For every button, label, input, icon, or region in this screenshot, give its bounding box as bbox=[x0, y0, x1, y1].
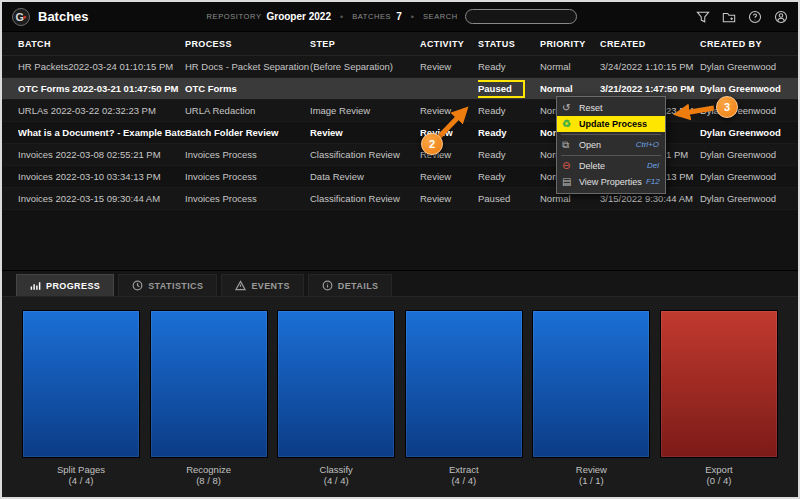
column-header-created[interactable]: CREATED bbox=[600, 32, 700, 56]
new-batch-folder-icon[interactable] bbox=[721, 9, 736, 24]
tile-count: (4 / 4) bbox=[22, 475, 140, 486]
menu-item-label: Open bbox=[579, 137, 632, 153]
cell-created_by: Dylan Greenwood bbox=[700, 56, 798, 77]
cell-step: Classification Review bbox=[310, 144, 420, 165]
tab-statistics[interactable]: STATISTICS bbox=[118, 274, 217, 296]
table-row[interactable]: Invoices 2022-03-08 02:55:21 PMInvoices … bbox=[2, 144, 798, 166]
view-properties-icon: ▤ bbox=[562, 174, 576, 190]
tile-name: Extract bbox=[405, 464, 523, 475]
clock-icon bbox=[132, 280, 143, 291]
tile-thumbnail bbox=[405, 310, 523, 458]
tab-events[interactable]: EVENTS bbox=[221, 274, 303, 296]
tile-thumbnail bbox=[22, 310, 140, 458]
table-row[interactable]: HR Packets2022-03-24 01:10:15 PMHR Docs … bbox=[2, 56, 798, 78]
open-icon: ⧉ bbox=[562, 137, 576, 153]
cell-status: Ready bbox=[478, 144, 540, 165]
batch-table-body: HR Packets2022-03-24 01:10:15 PMHR Docs … bbox=[2, 56, 798, 210]
tab-details[interactable]: DETAILS bbox=[308, 274, 393, 296]
tile-name: Export bbox=[660, 464, 778, 475]
tile-name: Split Pages bbox=[22, 464, 140, 475]
column-header-priority[interactable]: PRIORITY bbox=[540, 32, 600, 56]
highlighted-status: Paused bbox=[478, 80, 525, 98]
batch-step-tile-review[interactable]: Review(1 / 1) bbox=[532, 310, 650, 486]
batch-step-tile-export[interactable]: Export(0 / 4) bbox=[660, 310, 778, 486]
cell-step bbox=[310, 78, 420, 99]
batch-table: BATCHPROCESSSTEPACTIVITYSTATUSPRIORITYCR… bbox=[2, 32, 798, 270]
menu-shortcut: Ctrl+O bbox=[636, 137, 659, 153]
menu-shortcut: F12 bbox=[646, 174, 660, 190]
menu-item-open[interactable]: ⧉OpenCtrl+O bbox=[557, 137, 665, 153]
batch-detail-panel: PROGRESS STATISTICS EVENTS DETAILS Split… bbox=[2, 270, 798, 497]
cell-status: Ready bbox=[478, 166, 540, 187]
cell-process: HR Docs - Packet Separation bbox=[185, 56, 310, 77]
batch-step-tile-extract[interactable]: Extract(4 / 4) bbox=[405, 310, 523, 486]
cell-activity bbox=[420, 78, 478, 99]
cell-batch: Invoices 2022-03-08 02:55:21 PM bbox=[18, 144, 185, 165]
menu-separator bbox=[561, 134, 661, 135]
cell-process: OTC Forms bbox=[185, 78, 310, 99]
topbar-status-group: REPOSITORY Grooper 2022 • BATCHES 7 • SE… bbox=[207, 9, 577, 24]
column-header-step[interactable]: STEP bbox=[310, 32, 420, 56]
tile-count: (4 / 4) bbox=[277, 475, 395, 486]
cell-batch: OTC Forms 2022-03-21 01:47:50 PM bbox=[18, 78, 185, 99]
cell-batch: Invoices 2022-03-15 09:30:44 AM bbox=[18, 188, 185, 209]
batch-step-tile-classify[interactable]: Classify(4 / 4) bbox=[277, 310, 395, 486]
tile-count: (4 / 4) bbox=[405, 475, 523, 486]
table-row[interactable]: URLAs 2022-03-22 02:32:23 PMURLA Redacti… bbox=[2, 100, 798, 122]
menu-item-delete[interactable]: ⊖DeleteDel bbox=[557, 158, 665, 174]
cell-step: Data Review bbox=[310, 166, 420, 187]
tile-name: Review bbox=[532, 464, 650, 475]
progress-tiles: Split Pages(4 / 4)Recognize(8 / 8)Classi… bbox=[2, 297, 798, 486]
warning-icon bbox=[235, 280, 246, 291]
tab-label: PROGRESS bbox=[46, 281, 100, 291]
menu-item-update-process[interactable]: ♻Update Process bbox=[557, 116, 665, 132]
cell-process: Invoices Process bbox=[185, 188, 310, 209]
cell-process: Batch Folder Review bbox=[185, 122, 310, 143]
account-icon[interactable] bbox=[773, 9, 788, 24]
cell-step: (Before Separation) bbox=[310, 56, 420, 77]
cell-process: Invoices Process bbox=[185, 166, 310, 187]
menu-item-label: Update Process bbox=[579, 116, 659, 132]
page-title: Batches bbox=[38, 9, 89, 24]
filter-icon[interactable] bbox=[695, 9, 710, 24]
top-bar: G● Batches REPOSITORY Grooper 2022 • BAT… bbox=[2, 2, 798, 32]
repository-value[interactable]: Grooper 2022 bbox=[266, 11, 330, 22]
batch-step-tile-split-pages[interactable]: Split Pages(4 / 4) bbox=[22, 310, 140, 486]
cell-priority: Normal bbox=[540, 56, 600, 77]
table-row[interactable]: What is a Document? - Example BatchBatch… bbox=[2, 122, 798, 144]
cell-created_by: Dylan Greenwood bbox=[700, 144, 798, 165]
table-row[interactable]: Invoices 2022-03-10 03:34:13 PMInvoices … bbox=[2, 166, 798, 188]
column-header-process[interactable]: PROCESS bbox=[185, 32, 310, 56]
cell-process: URLA Redaction bbox=[185, 100, 310, 121]
tab-label: DETAILS bbox=[338, 281, 379, 291]
cell-created_by: Dylan Greenwood bbox=[700, 100, 798, 121]
tile-name: Classify bbox=[277, 464, 395, 475]
menu-item-reset[interactable]: ↺Reset bbox=[557, 100, 665, 116]
cell-created_by: Dylan Greenwood bbox=[700, 188, 798, 209]
tab-progress[interactable]: PROGRESS bbox=[16, 274, 114, 296]
batch-step-tile-recognize[interactable]: Recognize(8 / 8) bbox=[150, 310, 268, 486]
table-row[interactable]: OTC Forms 2022-03-21 01:47:50 PMOTC Form… bbox=[2, 78, 798, 100]
update-process-icon: ♻ bbox=[562, 116, 576, 132]
tile-count: (0 / 4) bbox=[660, 475, 778, 486]
cell-created: 3/24/2022 1:10:15 PM bbox=[600, 56, 700, 77]
reset-icon: ↺ bbox=[562, 100, 576, 116]
tile-count: (1 / 1) bbox=[532, 475, 650, 486]
tile-thumbnail bbox=[660, 310, 778, 458]
info-icon bbox=[322, 280, 333, 291]
menu-item-label: Delete bbox=[579, 158, 643, 174]
tile-thumbnail bbox=[277, 310, 395, 458]
detail-tab-bar: PROGRESS STATISTICS EVENTS DETAILS bbox=[2, 271, 798, 297]
search-input[interactable] bbox=[465, 9, 577, 24]
cell-activity: Review bbox=[420, 188, 478, 209]
column-header-activity[interactable]: ACTIVITY bbox=[420, 32, 478, 56]
cell-status: Paused bbox=[478, 188, 540, 209]
column-header-status[interactable]: STATUS bbox=[478, 32, 540, 56]
batches-window: G● Batches REPOSITORY Grooper 2022 • BAT… bbox=[0, 0, 800, 499]
column-header-batch[interactable]: BATCH bbox=[18, 32, 185, 56]
column-header-created-by[interactable]: CREATED BY bbox=[700, 32, 798, 56]
help-icon[interactable] bbox=[747, 9, 762, 24]
table-row[interactable]: Invoices 2022-03-15 09:30:44 AMInvoices … bbox=[2, 188, 798, 210]
menu-item-view-properties[interactable]: ▤View PropertiesF12 bbox=[557, 174, 665, 190]
cell-created_by: Dylan Greenwood bbox=[700, 78, 798, 99]
